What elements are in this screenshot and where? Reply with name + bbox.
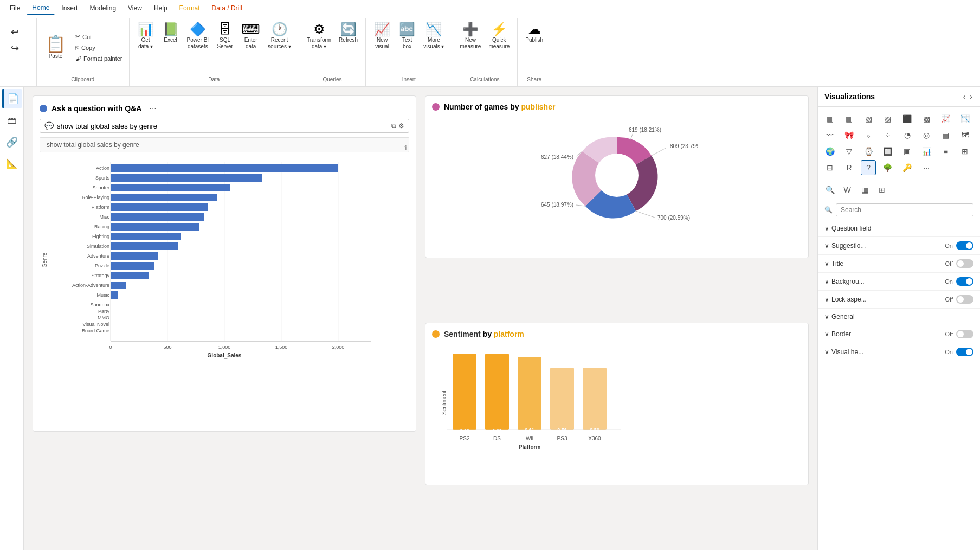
filter-visual-header[interactable]: ∨ Visual he... On	[818, 343, 980, 361]
viz-clustered-col[interactable]: ⬛	[900, 111, 915, 126]
viz-kpi[interactable]: 📊	[919, 144, 934, 159]
viz-pie[interactable]: ◔	[900, 127, 915, 143]
viz-r-visual[interactable]: R	[842, 160, 857, 175]
viz-search-icon-btn[interactable]: 🔍	[822, 182, 837, 197]
sidebar-icon-data[interactable]: 🗃	[2, 111, 22, 130]
viz-funnel[interactable]: ▽	[842, 144, 857, 159]
svg-text:Action: Action	[96, 165, 109, 171]
viz-waterfall[interactable]: ⬦	[861, 127, 876, 143]
viz-100-stacked-bar[interactable]: ▧	[861, 111, 876, 126]
copy-button[interactable]: ⎘ Copy	[73, 43, 125, 52]
viz-ribbon[interactable]: 🎀	[842, 127, 857, 143]
title-toggle[interactable]	[956, 259, 973, 268]
enter-data-button[interactable]: ⌨ Enterdata	[238, 21, 263, 52]
viz-more[interactable]: ···	[919, 160, 934, 175]
viz-text-icon-btn[interactable]: W	[840, 182, 855, 197]
viz-multi-row-card[interactable]: ▣	[900, 144, 915, 159]
qa-search-input[interactable]	[57, 122, 388, 130]
visual-header-toggle-text: On	[945, 349, 953, 355]
info-icon[interactable]: ℹ	[404, 144, 407, 152]
text-box-button[interactable]: 🔤 Textbox	[395, 21, 419, 52]
viz-stacked-bar[interactable]: ▦	[822, 111, 837, 126]
new-visual-button[interactable]: 📈 Newvisual	[370, 21, 394, 52]
filter-background[interactable]: ∨ Backgrou... On	[818, 273, 980, 291]
menu-help[interactable]: Help	[149, 2, 173, 14]
filter-title[interactable]: ∨ Title Off	[818, 255, 980, 273]
sidebar-icon-report[interactable]: 📄	[2, 89, 22, 108]
viz-100-stacked-col[interactable]: ▩	[919, 111, 934, 126]
sidebar-icon-model[interactable]: 🔗	[2, 132, 22, 152]
qa-suggestion[interactable]: show total global sales by genre	[40, 137, 409, 152]
sidebar-icon-dax[interactable]: 📐	[2, 154, 22, 174]
transform-data-button[interactable]: ⚙ Transformdata ▾	[304, 21, 334, 52]
menu-format[interactable]: Format	[174, 2, 205, 14]
suggestions-toggle[interactable]	[956, 241, 973, 250]
svg-text:Shooter: Shooter	[92, 185, 109, 190]
svg-rect-8	[111, 194, 217, 201]
more-visuals-button[interactable]: 📉 Morevisuals ▾	[420, 21, 447, 52]
right-search-input[interactable]	[836, 203, 973, 216]
panel-expand-button[interactable]: ‹	[962, 91, 967, 102]
menu-data-drill[interactable]: Data / Drill	[207, 2, 248, 14]
viz-map[interactable]: 🗺	[957, 127, 972, 143]
viz-card[interactable]: 🔲	[880, 144, 895, 159]
viz-decomp-tree[interactable]: 🌳	[880, 160, 895, 175]
publish-button[interactable]: ☁ Publish	[522, 21, 546, 46]
viz-qa-visual[interactable]: ?	[861, 160, 876, 175]
viz-slicer[interactable]: ≡	[938, 144, 953, 159]
viz-treemap[interactable]: ▤	[938, 127, 953, 143]
undo-button[interactable]: ↩	[9, 25, 21, 39]
filter-lock-aspect[interactable]: ∨ Lock aspe... Off	[818, 291, 980, 309]
menu-home[interactable]: Home	[27, 2, 55, 15]
excel-button[interactable]: 📗 Excel	[159, 21, 183, 46]
filter-general[interactable]: ∨ General	[818, 309, 980, 325]
viz-scatter[interactable]: ⁘	[880, 127, 895, 143]
visual-header-toggle[interactable]	[956, 348, 973, 356]
lock-aspect-toggle[interactable]	[956, 295, 973, 304]
filter-border[interactable]: ∨ Border Off	[818, 325, 980, 343]
recent-sources-button[interactable]: 🕐 Recentsources ▾	[265, 21, 294, 52]
quick-measure-button[interactable]: ⚡ Quickmeasure	[485, 21, 513, 52]
viz-stacked-col[interactable]: ▨	[880, 111, 895, 126]
viz-data-icon-btn[interactable]: ⊞	[874, 182, 889, 197]
viz-area[interactable]: 📉	[957, 111, 972, 126]
qa-title: Ask a question with Q&A	[51, 104, 141, 113]
format-painter-button[interactable]: 🖌 Format painter	[73, 54, 125, 63]
qa-copy-icon[interactable]: ⧉	[391, 122, 396, 130]
qa-title-row: Ask a question with Q&A ···	[40, 103, 409, 114]
refresh-button[interactable]: 🔄 Refresh	[336, 21, 361, 46]
panel-collapse-button[interactable]: ›	[969, 91, 973, 102]
viz-clustered-bar[interactable]: ▥	[842, 111, 857, 126]
viz-gauge[interactable]: ⌚	[861, 144, 876, 159]
new-measure-button[interactable]: ➕ Newmeasure	[456, 21, 484, 52]
filter-suggestions[interactable]: ∨ Suggestio... On	[818, 237, 980, 255]
viz-filled-map[interactable]: 🌍	[822, 144, 837, 159]
viz-donut[interactable]: ◎	[919, 127, 934, 143]
cut-button[interactable]: ✂ Cut	[73, 32, 125, 41]
sql-server-button[interactable]: 🗄 SQLServer	[213, 21, 237, 52]
viz-table[interactable]: ⊞	[957, 144, 972, 159]
viz-matrix[interactable]: ⊟	[822, 160, 837, 175]
redo-button[interactable]: ↪	[9, 41, 21, 55]
svg-text:500: 500	[163, 344, 171, 350]
background-toggle-group: On	[945, 277, 973, 286]
menu-view[interactable]: View	[122, 2, 147, 14]
menu-file[interactable]: File	[4, 2, 25, 14]
get-data-button[interactable]: 📊 Getdata ▾	[134, 21, 158, 52]
viz-key-influencers[interactable]: 🔑	[900, 160, 915, 175]
qa-settings-icon[interactable]: ⚙	[398, 122, 404, 130]
viz-filter-icon-btn[interactable]: ▦	[857, 182, 872, 197]
power-bi-datasets-button[interactable]: 🔷 Power BIdatasets	[184, 21, 212, 52]
menu-insert[interactable]: Insert	[56, 2, 83, 14]
calculations-group-label: Calculations	[456, 74, 513, 84]
paste-button[interactable]: 📋 Paste	[41, 34, 70, 62]
viz-tools-row: 🔍 W ▦ ⊞	[818, 180, 980, 200]
border-toggle[interactable]	[956, 330, 973, 338]
svg-rect-15	[111, 262, 154, 270]
viz-line-col[interactable]: 〰	[822, 127, 837, 143]
menu-modeling[interactable]: Modeling	[84, 2, 121, 14]
viz-line[interactable]: 📈	[938, 111, 953, 126]
question-field-row[interactable]: ∨ Question field	[818, 220, 980, 237]
qa-more-button[interactable]: ···	[146, 103, 159, 114]
background-toggle[interactable]	[956, 277, 973, 286]
